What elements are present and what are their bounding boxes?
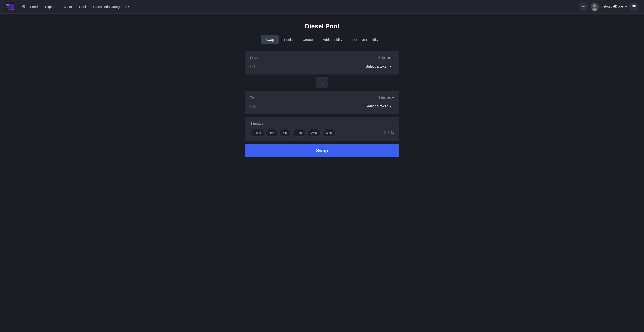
- slippage-custom-input-wrap: %: [378, 131, 394, 135]
- nav-right: ✏ thelogicalDude ▾ ☰: [579, 2, 638, 11]
- nav-explore[interactable]: Explore: [42, 3, 59, 10]
- avatar: [590, 3, 599, 11]
- slippage-option-5[interactable]: 49%: [322, 129, 336, 137]
- avatar-icon: [590, 3, 599, 11]
- nav-feed[interactable]: Feed: [27, 3, 40, 10]
- nav-classifieds-label: Classifieds Categories: [93, 5, 127, 9]
- tab-remove-liquidity[interactable]: Remove Liquidity: [348, 35, 383, 44]
- slippage-title: Slippage: [250, 121, 394, 125]
- svg-text:HIVELIST: HIVELIST: [7, 9, 14, 11]
- settings-icon[interactable]: ⚙: [20, 2, 27, 11]
- tab-add-liquidity[interactable]: Add Liquidity: [318, 35, 347, 44]
- slippage-option-4[interactable]: 25%: [308, 129, 321, 137]
- to-token-chevron-icon: [390, 104, 392, 108]
- from-label: From: [250, 56, 258, 59]
- swap-container: From Balance: -- 0.0 Select a token ↑↓ T…: [245, 51, 399, 157]
- username-label: thelogicalDude: [600, 4, 623, 9]
- to-label: To: [250, 95, 254, 99]
- to-select-token-button[interactable]: Select a token: [363, 103, 394, 110]
- slippage-custom-input[interactable]: [378, 131, 390, 135]
- from-select-token-label: Select a token: [366, 64, 388, 69]
- slippage-panel: Slippage 0.5% 1% 5% 10% 25% 49% %: [245, 117, 399, 141]
- user-menu[interactable]: thelogicalDude ▾: [590, 3, 627, 11]
- svg-rect-4: [10, 4, 14, 9]
- hivelist-logo-icon: HIVELIST: [6, 2, 14, 11]
- nav-nfts[interactable]: NFTs: [61, 3, 74, 10]
- svg-rect-1: [6, 4, 9, 5]
- to-panel-body: 0.0 Select a token: [250, 103, 394, 110]
- tab-pools[interactable]: Pools: [280, 35, 297, 44]
- slippage-option-2[interactable]: 5%: [279, 129, 291, 137]
- chevron-down-icon: ▾: [128, 5, 129, 8]
- to-select-token-label: Select a token: [366, 104, 388, 108]
- navbar: HIVELIST ⚙ Feed Explore NFTs Pool Classi…: [0, 0, 644, 14]
- slippage-option-0[interactable]: 0.5%: [250, 129, 264, 137]
- nav-pool[interactable]: Pool: [76, 3, 88, 10]
- slippage-controls: 0.5% 1% 5% 10% 25% 49% %: [250, 129, 394, 137]
- tab-swap[interactable]: Swap: [261, 35, 278, 44]
- brand-logo-link[interactable]: HIVELIST: [6, 2, 14, 11]
- from-amount[interactable]: 0.0: [250, 64, 256, 69]
- pencil-icon: ✏: [582, 4, 585, 9]
- to-panel-header: To Balance: --: [250, 95, 394, 99]
- from-panel-body: 0.0 Select a token: [250, 63, 394, 70]
- slippage-percent-symbol: %: [391, 131, 394, 135]
- to-amount[interactable]: 0.0: [250, 104, 256, 109]
- tab-create[interactable]: Create: [298, 35, 318, 44]
- hamburger-icon: ☰: [632, 4, 636, 9]
- slippage-option-1[interactable]: 1%: [266, 129, 278, 137]
- from-select-token-button[interactable]: Select a token: [363, 63, 394, 70]
- to-balance: Balance: --: [378, 96, 394, 99]
- user-chevron-icon: ▾: [625, 5, 627, 8]
- hamburger-menu-button[interactable]: ☰: [630, 2, 638, 11]
- from-panel: From Balance: -- 0.0 Select a token: [245, 51, 399, 74]
- main-content: Diesel Pool Swap Pools Create Add Liquid…: [0, 14, 644, 166]
- swap-button[interactable]: Swap: [245, 144, 399, 157]
- swap-arrows-icon: ↑↓: [320, 81, 324, 85]
- svg-rect-3: [6, 7, 10, 7]
- nav-classifieds[interactable]: Classifieds Categories ▾: [90, 3, 132, 10]
- tabs: Swap Pools Create Add Liquidity Remove L…: [261, 35, 383, 44]
- from-panel-header: From Balance: --: [250, 56, 394, 59]
- from-balance: Balance: --: [378, 56, 394, 59]
- from-token-chevron-icon: [390, 64, 392, 69]
- swap-direction-button[interactable]: ↑↓: [316, 77, 328, 88]
- svg-point-7: [593, 4, 596, 7]
- edit-button[interactable]: ✏: [579, 2, 588, 11]
- swap-direction-wrapper: ↑↓: [245, 77, 399, 88]
- page-title: Diesel Pool: [305, 23, 339, 30]
- nav-links: Feed Explore NFTs Pool Classifieds Categ…: [27, 3, 579, 10]
- svg-rect-2: [6, 5, 10, 6]
- slippage-option-3[interactable]: 10%: [292, 129, 306, 137]
- to-panel: To Balance: -- 0.0 Select a token: [245, 91, 399, 114]
